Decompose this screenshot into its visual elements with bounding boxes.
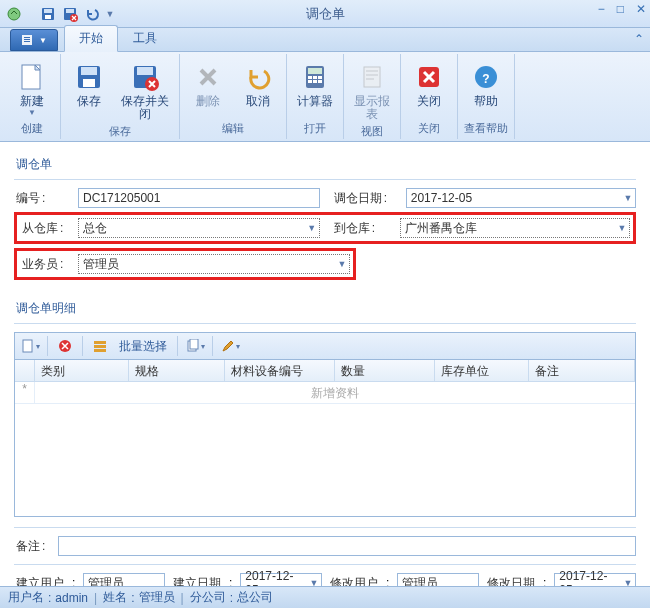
to-warehouse-combo[interactable]: 广州番禺仓库▼ xyxy=(400,218,630,238)
maximize-button[interactable]: □ xyxy=(617,2,624,16)
svg-rect-29 xyxy=(366,78,374,80)
chevron-down-icon: ▼ xyxy=(621,193,635,203)
save-button[interactable]: 保存 xyxy=(67,56,111,122)
help-button[interactable]: ? 帮助 xyxy=(464,56,508,119)
toolbar-delete-button[interactable] xyxy=(54,335,76,357)
svg-rect-27 xyxy=(366,70,378,72)
save-close-icon xyxy=(129,61,161,93)
save-icon xyxy=(73,61,105,93)
help-icon: ? xyxy=(470,61,502,93)
grid-header: 类别 规格 材料设备编号 数量 库存单位 备注 xyxy=(15,360,635,382)
svg-rect-24 xyxy=(313,80,317,83)
group-open-label: 打开 xyxy=(293,119,337,139)
chevron-down-icon: ▼ xyxy=(615,223,629,233)
detail-toolbar: ▾ 批量选择 ▾ ▾ xyxy=(14,332,636,360)
group-view-label: 视图 xyxy=(350,122,394,142)
col-category[interactable]: 类别 xyxy=(35,360,129,381)
group-create-label: 创建 xyxy=(10,119,54,139)
calculator-button[interactable]: 计算器 xyxy=(293,56,337,119)
ribbon-tabstrip: ▼ 开始 工具 ⌃ xyxy=(0,28,650,52)
clerk-combo[interactable]: 管理员▼ xyxy=(78,254,350,274)
title-bar: ▼ 调仓单 − □ ✕ xyxy=(0,0,650,28)
svg-rect-22 xyxy=(318,76,322,79)
tab-start[interactable]: 开始 xyxy=(64,25,118,52)
date-label: 调仓日期 xyxy=(334,191,382,205)
svg-rect-2 xyxy=(44,9,52,13)
status-user-label: 用户名 xyxy=(8,589,44,606)
col-code[interactable]: 材料设备编号 xyxy=(225,360,335,381)
svg-text:?: ? xyxy=(482,72,489,86)
qat-save-icon[interactable] xyxy=(38,4,58,24)
new-row-hint: 新增资料 xyxy=(35,382,635,403)
delete-icon xyxy=(192,61,224,93)
memo-input[interactable] xyxy=(58,536,636,556)
close-icon xyxy=(413,61,445,93)
svg-rect-19 xyxy=(308,68,322,74)
svg-rect-23 xyxy=(308,80,312,83)
new-button[interactable]: 新建 ▼ xyxy=(10,56,54,119)
svg-rect-33 xyxy=(23,340,32,352)
new-icon xyxy=(16,61,48,93)
svg-rect-35 xyxy=(94,341,106,344)
cancel-button[interactable]: 取消 xyxy=(236,56,280,119)
toolbar-edit-button[interactable]: ▾ xyxy=(219,335,241,357)
from-label: 从仓库 xyxy=(22,221,58,235)
qat-dropdown-icon[interactable]: ▼ xyxy=(104,4,116,24)
svg-rect-37 xyxy=(94,349,106,352)
toolbar-batch-icon[interactable] xyxy=(89,335,111,357)
svg-rect-36 xyxy=(94,345,106,348)
calculator-icon xyxy=(299,61,331,93)
toolbar-new-button[interactable]: ▾ xyxy=(19,335,41,357)
group-save-label: 保存 xyxy=(67,122,173,142)
quick-access-toolbar: ▼ xyxy=(0,4,120,24)
close-button[interactable]: 关闭 xyxy=(407,56,451,119)
status-user-value: admin xyxy=(55,591,88,605)
tab-tools[interactable]: 工具 xyxy=(118,25,172,51)
report-button: 显示报表 xyxy=(350,56,394,122)
svg-rect-16 xyxy=(137,67,153,75)
minimize-button[interactable]: − xyxy=(598,2,605,16)
svg-rect-21 xyxy=(313,76,317,79)
svg-point-0 xyxy=(8,8,20,20)
no-label: 编号 xyxy=(16,191,40,205)
panel-title: 调仓单 xyxy=(14,152,636,180)
qat-saveclose-icon[interactable] xyxy=(60,4,80,24)
toolbar-copy-button[interactable]: ▾ xyxy=(184,335,206,357)
no-input[interactable] xyxy=(78,188,320,208)
svg-rect-5 xyxy=(66,9,74,13)
new-row-icon: * xyxy=(15,382,35,403)
svg-rect-3 xyxy=(45,15,51,19)
detail-title: 调仓单明细 xyxy=(14,296,636,324)
ribbon: 新建 ▼ 创建 保存 保存并关闭 保存 删除 取消 xyxy=(0,52,650,142)
batch-select-button[interactable]: 批量选择 xyxy=(115,338,171,355)
col-unit[interactable]: 库存单位 xyxy=(435,360,529,381)
from-warehouse-combo[interactable]: 总仓▼ xyxy=(78,218,320,238)
svg-rect-20 xyxy=(308,76,312,79)
app-icon[interactable] xyxy=(4,4,24,24)
grid-new-row[interactable]: * 新增资料 xyxy=(15,382,635,404)
file-menu-button[interactable]: ▼ xyxy=(10,29,58,51)
status-name-label: 姓名 xyxy=(103,589,127,606)
chevron-down-icon: ▼ xyxy=(305,223,319,233)
undo-icon xyxy=(242,61,274,93)
status-branch-value: 总公司 xyxy=(237,589,273,606)
detail-grid: 类别 规格 材料设备编号 数量 库存单位 备注 * 新增资料 xyxy=(14,360,636,517)
delete-button: 删除 xyxy=(186,56,230,119)
close-window-button[interactable]: ✕ xyxy=(636,2,646,16)
col-qty[interactable]: 数量 xyxy=(335,360,435,381)
qat-undo-icon[interactable] xyxy=(82,4,102,24)
svg-rect-14 xyxy=(83,79,95,87)
date-combo[interactable]: 2017-12-05▼ xyxy=(406,188,636,208)
svg-rect-13 xyxy=(81,67,97,75)
status-branch-label: 分公司 xyxy=(190,589,226,606)
to-label: 到仓库 xyxy=(334,221,370,235)
grid-rowselector-header xyxy=(15,360,35,381)
group-edit-label: 编辑 xyxy=(186,119,280,139)
grid-body[interactable] xyxy=(15,404,635,516)
svg-rect-9 xyxy=(24,39,30,40)
save-close-button[interactable]: 保存并关闭 xyxy=(117,56,173,122)
col-spec[interactable]: 规格 xyxy=(129,360,225,381)
col-remark[interactable]: 备注 xyxy=(529,360,635,381)
svg-rect-28 xyxy=(366,74,378,76)
ribbon-collapse-icon[interactable]: ⌃ xyxy=(634,32,644,46)
